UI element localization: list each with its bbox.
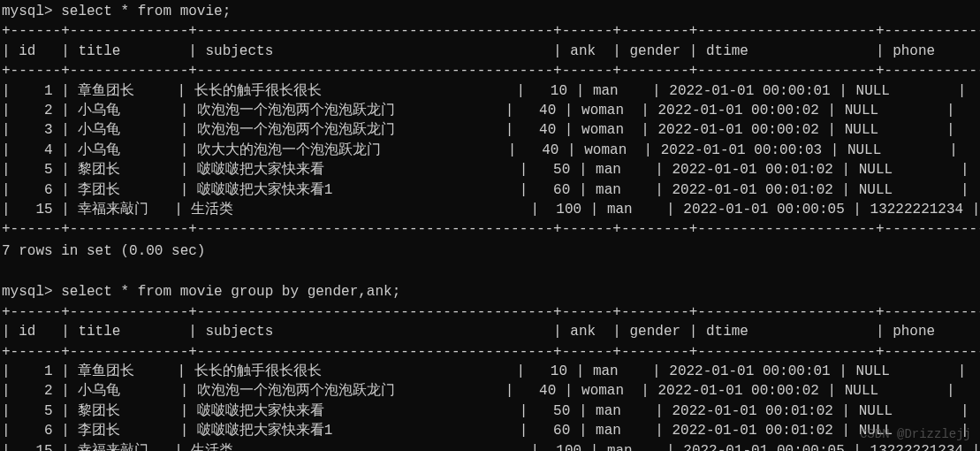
- table-row: | 3 | 小乌龟 | 吹泡泡一个泡泡两个泡泡跃龙门 | 40 | woman …: [0, 120, 980, 140]
- table2-header: | id | title | subjects | ank | gender |…: [0, 322, 980, 341]
- table-row: | 1 | 章鱼团长 | 长长的触手很长很长 | 10 | man | 2022…: [0, 81, 980, 101]
- table-row: | 2 | 小乌龟 | 吹泡泡一个泡泡两个泡泡跃龙门 | 40 | woman …: [0, 101, 980, 120]
- table2-body: | 1 | 章鱼团长 | 长长的触手很长很长 | 10 | man | 2022…: [0, 362, 980, 451]
- table1-body: | 1 | 章鱼团长 | 长长的触手很长很长 | 10 | man | 2022…: [0, 81, 980, 220]
- table-row: | 1 | 章鱼团长 | 长长的触手很长很长 | 10 | man | 2022…: [0, 362, 980, 381]
- table1-header: | id | title | subjects | ank | gender |…: [0, 42, 980, 61]
- table-row: | 6 | 李团长 | 啵啵啵把大家快来看1 | 60 | man | 2022…: [0, 421, 980, 440]
- mysql-prompt-2[interactable]: mysql> select * from movie group by gend…: [0, 282, 980, 302]
- table-row: | 5 | 黎团长 | 啵啵啵把大家快来看 | 50 | man | 2022-…: [0, 160, 980, 180]
- table1-border-top: +------+--------------+-----------------…: [0, 21, 980, 41]
- table-row: | 15 | 幸福来敲门 | 生活类 | 100 | man | 2022-01…: [0, 200, 980, 219]
- table1-border-bottom: +------+--------------+-----------------…: [0, 219, 980, 239]
- table1-border-mid: +------+--------------+-----------------…: [0, 61, 980, 80]
- table-row: | 15 | 幸福来敲门 | 生活类 | 100 | man | 2022-01…: [0, 441, 980, 451]
- table-row: | 2 | 小乌龟 | 吹泡泡一个泡泡两个泡泡跃龙门 | 40 | woman …: [0, 381, 980, 401]
- table2-border-mid: +------+--------------+-----------------…: [0, 342, 980, 362]
- blank-line-1: [0, 263, 980, 282]
- table-row: | 5 | 黎团长 | 啵啵啵把大家快来看 | 50 | man | 2022-…: [0, 401, 980, 421]
- table-row: | 4 | 小乌龟 | 吹大大的泡泡一个泡泡跃龙门 | 40 | woman |…: [0, 141, 980, 160]
- watermark: CSDN @Drizzlejj: [860, 426, 971, 444]
- table2-border-top: +------+--------------+-----------------…: [0, 302, 980, 322]
- table-row: | 6 | 李团长 | 啵啵啵把大家快来看1 | 60 | man | 2022…: [0, 180, 980, 200]
- status-line-1: 7 rows in set (0.00 sec): [0, 241, 980, 261]
- mysql-prompt-1[interactable]: mysql> select * from movie;: [0, 2, 980, 21]
